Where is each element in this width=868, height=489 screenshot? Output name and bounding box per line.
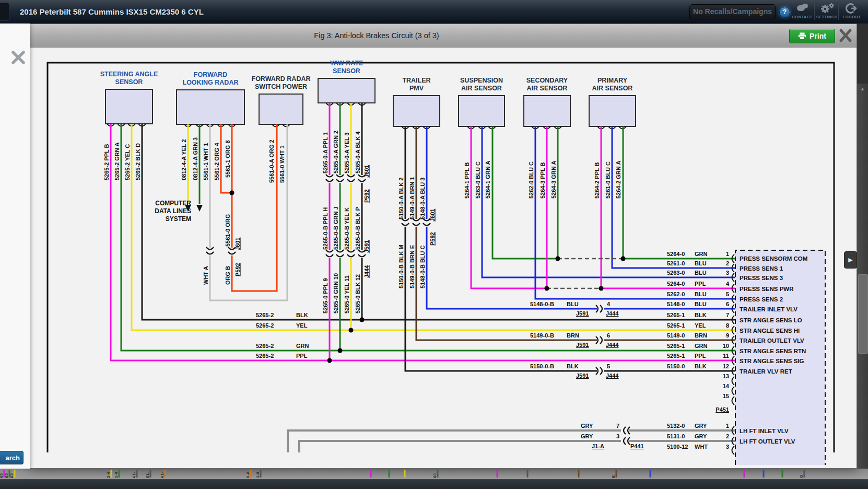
scrollbar-track-top bbox=[857, 24, 868, 84]
modal-header: Fig 3: Anti-lock Brakes Circuit (3 of 3)… bbox=[30, 24, 857, 48]
application-window: 2016 Peterbilt 587 Cummins ISX15 CM2350 … bbox=[0, 0, 868, 489]
vehicle-title: 2016 Peterbilt 587 Cummins ISX15 CM2350 … bbox=[20, 0, 204, 24]
printer-icon bbox=[798, 32, 806, 40]
recalls-campaigns-button[interactable]: No Recalls/Campaigns bbox=[689, 4, 776, 19]
bottom-bar bbox=[0, 479, 868, 489]
top-bar: 2016 Peterbilt 587 Cummins ISX15 CM2350 … bbox=[0, 0, 868, 24]
new-search-button[interactable]: arch bbox=[0, 451, 24, 464]
underlying-page-strip bbox=[0, 469, 868, 479]
settings-button[interactable]: SETTINGS bbox=[815, 2, 839, 22]
modal-close-icon[interactable] bbox=[838, 28, 853, 43]
logout-button[interactable]: LOGOUT bbox=[840, 2, 864, 22]
figure-title: Fig 3: Anti-lock Brakes Circuit (3 of 3) bbox=[262, 24, 491, 47]
vertical-scrollbar[interactable]: ▲ bbox=[857, 24, 868, 469]
next-page-button[interactable]: ▶ bbox=[844, 251, 857, 269]
contact-button[interactable]: CONTACT bbox=[790, 2, 814, 22]
toolbar-separator bbox=[838, 4, 838, 20]
print-button[interactable]: Print bbox=[789, 29, 835, 43]
scroll-up-arrow-icon[interactable]: ▲ bbox=[857, 85, 868, 93]
panel-close-icon[interactable] bbox=[9, 49, 27, 68]
scrollbar-thumb[interactable] bbox=[858, 274, 868, 354]
gear-icon bbox=[818, 2, 835, 14]
search-side-panel: arch bbox=[0, 24, 30, 469]
toolbar-separator bbox=[814, 4, 814, 20]
logout-icon bbox=[845, 2, 859, 14]
contact-bubbles-icon bbox=[797, 2, 808, 14]
figure-modal: Fig 3: Anti-lock Brakes Circuit (3 of 3)… bbox=[30, 24, 857, 469]
left-tab-stub[interactable] bbox=[0, 3, 9, 21]
help-icon[interactable]: ? bbox=[779, 7, 790, 18]
